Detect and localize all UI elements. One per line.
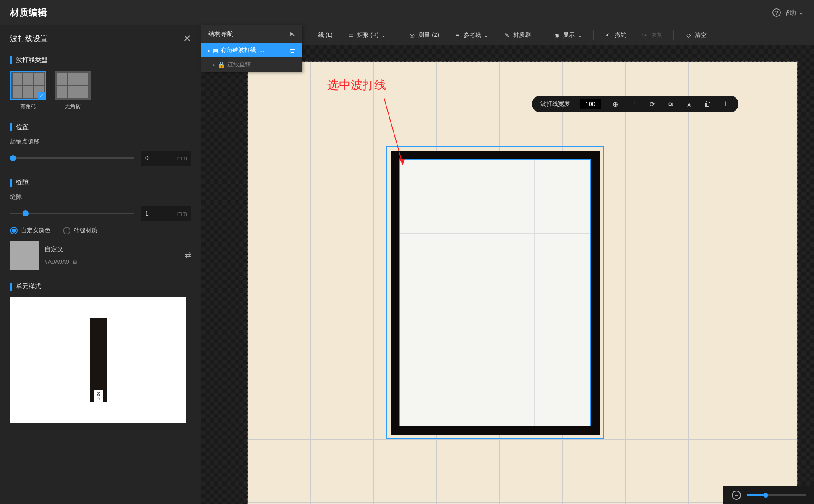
section-position: 位置 起铺点偏移 0 mm xyxy=(0,119,201,174)
delete-icon[interactable]: 🗑 xyxy=(703,100,712,108)
zoom-bar: − xyxy=(723,486,814,504)
offset-value: 0 xyxy=(145,155,149,161)
tool-guide[interactable]: ≡参考线⌄ xyxy=(448,29,495,42)
app-header: 材质编辑 ? 帮助 ⌄ xyxy=(0,0,814,25)
help-icon: ? xyxy=(772,8,781,17)
layers-icon[interactable]: ≋ xyxy=(666,100,675,108)
help-label: 帮助 xyxy=(783,9,796,17)
type-label-no-corner: 无角砖 xyxy=(55,103,91,110)
lock-icon: 🔒 xyxy=(218,61,225,68)
struct-item-waveline[interactable]: ▸▦有角砖波打线_... 🗑 xyxy=(201,43,302,57)
radio-material-label: 砖缝材质 xyxy=(74,227,97,234)
type-thumb-no-corner xyxy=(55,71,91,100)
offset-input[interactable]: 0 mm xyxy=(141,151,191,166)
redo-icon: ↷ xyxy=(641,31,648,39)
section-title-gap: 缝隙 xyxy=(10,179,191,187)
rotate-icon[interactable]: ⟳ xyxy=(648,100,656,108)
color-name: 自定义 xyxy=(44,245,179,253)
canvas-wrap[interactable]: 选中波打线 波打线宽度 100 ⊕ 「 ⟳ ≋ ★ 🗑 i − xyxy=(201,45,814,504)
tool-line[interactable]: 线 (L) xyxy=(312,29,339,42)
app-title: 材质编辑 xyxy=(10,6,47,19)
chevron-down-icon: ⌄ xyxy=(381,32,386,39)
help-button[interactable]: ? 帮助 ⌄ xyxy=(772,8,804,17)
canvas-floor[interactable] xyxy=(248,62,797,504)
target-icon[interactable]: ⊕ xyxy=(611,100,619,108)
color-hex: #A9A9A9 ⧉ xyxy=(44,258,179,265)
expand-icon: ▸ xyxy=(208,48,210,53)
gap-slider[interactable] xyxy=(10,213,134,214)
guide-icon: ≡ xyxy=(454,31,461,39)
struct-item-continuous[interactable]: ▸🔒连续直铺 xyxy=(201,57,302,72)
chevron-down-icon: ⌄ xyxy=(577,32,582,39)
struct-nav-title: 结构导航 xyxy=(208,30,233,38)
section-type: 波打线类型 有角砖 无角砖 xyxy=(0,52,201,119)
tool-rect[interactable]: ▭矩形 (R)⌄ xyxy=(341,29,392,42)
align-icon[interactable]: 「 xyxy=(629,100,638,108)
tile-icon: ▦ xyxy=(213,47,218,54)
selected-waveline-border[interactable] xyxy=(386,146,604,439)
tool-redo: ↷恢复 xyxy=(635,29,668,42)
rect-icon: ▭ xyxy=(347,31,355,39)
annotation-text: 选中波打线 xyxy=(327,77,386,93)
type-option-cornered[interactable]: 有角砖 xyxy=(10,71,46,110)
ctx-width-label: 波打线宽度 xyxy=(540,100,570,108)
struct-nav-pin-icon[interactable]: ⇱ xyxy=(290,31,295,38)
tool-clear[interactable]: ◇清空 xyxy=(679,29,712,42)
offset-unit: mm xyxy=(177,155,187,161)
copy-icon[interactable]: ⧉ xyxy=(73,258,77,265)
star-icon[interactable]: ★ xyxy=(685,100,693,108)
gap-label: 缝隙 xyxy=(10,193,191,201)
unit-preview-number: 800 xyxy=(94,390,103,402)
measure-icon: ◎ xyxy=(408,31,416,39)
expand-icon: ▸ xyxy=(213,62,215,67)
info-icon[interactable]: i xyxy=(722,100,730,108)
chevron-down-icon: ⌄ xyxy=(798,9,804,16)
radio-dot-checked xyxy=(10,227,18,234)
context-toolbar: 波打线宽度 100 ⊕ 「 ⟳ ≋ ★ 🗑 i xyxy=(532,96,738,112)
type-thumb-cornered xyxy=(10,71,46,100)
tool-measure[interactable]: ◎测量 (Z) xyxy=(402,29,445,42)
type-label-cornered: 有角砖 xyxy=(10,103,46,110)
gap-value: 1 xyxy=(145,210,149,217)
section-title-position: 位置 xyxy=(10,123,191,131)
section-gap: 缝隙 缝隙 1 mm 自定义颜色 砖缝材质 xyxy=(0,174,201,278)
type-option-no-corner[interactable]: 无角砖 xyxy=(55,71,91,110)
color-swatch[interactable] xyxy=(10,241,39,270)
swap-icon[interactable]: ⇄ xyxy=(185,251,191,260)
clear-icon: ◇ xyxy=(685,31,692,39)
offset-label: 起铺点偏移 xyxy=(10,138,191,145)
ctx-width-input[interactable]: 100 xyxy=(580,99,601,109)
panel-title: 波打线设置 xyxy=(10,34,48,44)
tool-brush[interactable]: ✎材质刷 xyxy=(497,29,537,42)
structure-nav-panel: 结构导航 ⇱ ▸▦有角砖波打线_... 🗑 ▸🔒连续直铺 xyxy=(201,25,302,72)
gap-unit: mm xyxy=(177,210,187,217)
main-area: 线 (L) ▭矩形 (R)⌄ ◎测量 (Z) ≡参考线⌄ ✎材质刷 ◉显示⌄ ↶… xyxy=(201,25,814,504)
unit-style-preview[interactable]: 800 xyxy=(10,297,186,423)
section-title-type: 波打线类型 xyxy=(10,56,191,64)
undo-icon: ↶ xyxy=(605,31,612,39)
gap-input[interactable]: 1 mm xyxy=(141,206,191,221)
settings-sidebar: 波打线设置 ✕ 波打线类型 有角砖 无角砖 位置 起铺点偏移 xyxy=(0,25,201,504)
radio-material[interactable]: 砖缝材质 xyxy=(63,227,97,234)
chevron-down-icon: ⌄ xyxy=(484,32,489,39)
svg-line-0 xyxy=(384,98,403,165)
struct-label-0: 有角砖波打线_... xyxy=(221,47,264,54)
tool-display[interactable]: ◉显示⌄ xyxy=(547,29,588,42)
struct-label-1: 连续直铺 xyxy=(227,61,251,68)
annotation-arrow xyxy=(382,96,407,171)
zoom-slider[interactable] xyxy=(747,494,806,496)
section-title-unit: 单元样式 xyxy=(10,283,191,291)
zoom-out-button[interactable]: − xyxy=(732,491,741,500)
svg-marker-1 xyxy=(399,158,405,165)
tool-undo[interactable]: ↶撤销 xyxy=(599,29,632,42)
sidebar-header: 波打线设置 ✕ xyxy=(0,25,201,52)
radio-custom-color[interactable]: 自定义颜色 xyxy=(10,227,50,234)
section-unit-style: 单元样式 800 xyxy=(0,278,201,431)
radio-dot-unchecked xyxy=(63,227,70,234)
offset-slider[interactable] xyxy=(10,157,134,159)
eye-icon: ◉ xyxy=(553,31,561,39)
struct-delete-icon[interactable]: 🗑 xyxy=(290,47,295,54)
close-button[interactable]: ✕ xyxy=(183,33,191,44)
radio-custom-label: 自定义颜色 xyxy=(21,227,50,234)
brush-icon: ✎ xyxy=(503,31,511,39)
